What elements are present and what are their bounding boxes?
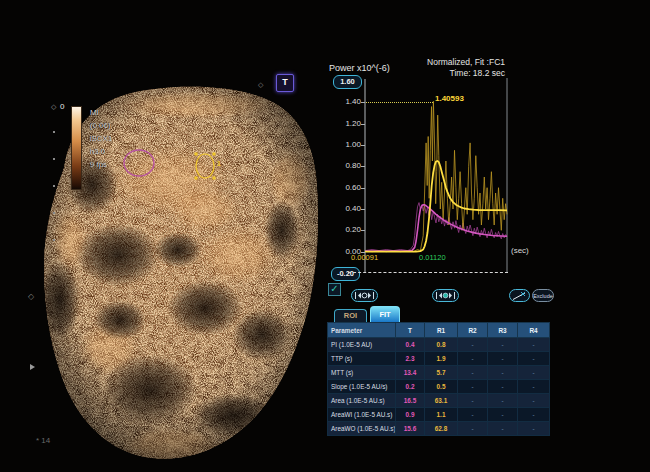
table-row[interactable]: AreaWI (1.0E-5 AU.s)0.91.1--- — [328, 408, 550, 422]
y-tick-label: 0.20 — [336, 225, 361, 234]
value-cell: - — [488, 366, 518, 380]
time-label: Time: 18.2 sec — [427, 68, 505, 79]
tic-chart — [0, 0, 650, 472]
value-cell: 1.1 — [425, 408, 458, 422]
value-cell: - — [488, 380, 518, 394]
marker-value-label: 0.01120 — [419, 253, 446, 262]
value-cell: - — [518, 394, 550, 408]
value-cell: 62.8 — [425, 422, 458, 436]
table-row[interactable]: Area (1.0E-5 AU.s)16.563.1--- — [328, 394, 550, 408]
value-cell: - — [458, 422, 488, 436]
y-tick-label: 1.00 — [336, 140, 361, 149]
column-header: T — [396, 323, 425, 338]
value-cell: 0.9 — [396, 408, 425, 422]
value-cell: 63.1 — [425, 394, 458, 408]
value-cell: - — [518, 338, 550, 352]
column-header: R2 — [458, 323, 488, 338]
value-cell: 0.4 — [396, 338, 425, 352]
value-cell: - — [488, 352, 518, 366]
chart-title: Power x10^(-6) — [329, 63, 390, 73]
value-cell: - — [488, 338, 518, 352]
value-cell: 1.9 — [425, 352, 458, 366]
y-tick-mark — [361, 166, 365, 167]
value-cell: 5.7 — [425, 366, 458, 380]
value-cell: 13.4 — [396, 366, 425, 380]
exclude-tool-button[interactable] — [509, 289, 530, 302]
graph-visibility-checkbox[interactable]: ✓ — [328, 283, 341, 296]
pencil-line-icon — [512, 291, 527, 301]
y-tick-mark — [361, 188, 365, 189]
table-row[interactable]: TTP (s)2.31.9--- — [328, 352, 550, 366]
column-header: Parameter — [328, 323, 396, 338]
parameter-label: AreaWO (1.0E-5 AU.s) — [328, 422, 396, 436]
y-tick-label: 0.40 — [336, 204, 361, 213]
value-cell: - — [458, 352, 488, 366]
baseline-value-label: 0.00091 — [351, 253, 378, 262]
value-cell: - — [518, 366, 550, 380]
value-cell: - — [518, 352, 550, 366]
value-cell: - — [458, 366, 488, 380]
column-header: R1 — [425, 323, 458, 338]
y-tick-label: 1.20 — [336, 119, 361, 128]
value-cell: 0.5 — [425, 380, 458, 394]
table-row[interactable]: MTT (s)13.45.7--- — [328, 366, 550, 380]
value-cell: - — [518, 380, 550, 394]
column-header: R3 — [488, 323, 518, 338]
value-cell: - — [488, 394, 518, 408]
column-header: R4 — [518, 323, 550, 338]
parameter-label: MTT (s) — [328, 366, 396, 380]
y-tick-label: 1.40 — [336, 97, 361, 106]
value-cell: 15.6 — [396, 422, 425, 436]
table-row[interactable]: AreaWO (1.0E-5 AU.s)15.662.8--- — [328, 422, 550, 436]
frame-marker-button-2[interactable] — [432, 289, 459, 302]
table-row[interactable]: Slope (1.0E-5 AU/s)0.20.5--- — [328, 380, 550, 394]
value-cell: - — [488, 408, 518, 422]
parameter-label: AreaWI (1.0E-5 AU.s) — [328, 408, 396, 422]
value-cell: - — [458, 394, 488, 408]
parameter-label: Area (1.0E-5 AU.s) — [328, 394, 396, 408]
chart-info: Normalized, Fit :FC1 Time: 18.2 sec — [427, 57, 505, 79]
normalized-fit-label: Normalized, Fit :FC1 — [427, 57, 505, 68]
parameter-table: ParameterTR1R2R3R4 PI (1.0E-5 AU)0.40.8-… — [327, 322, 550, 436]
tab-roi[interactable]: ROI — [334, 309, 367, 322]
value-cell: 2.3 — [396, 352, 425, 366]
y-min-scale-button[interactable]: -0.20 — [331, 267, 360, 281]
table-header-row: ParameterTR1R2R3R4 — [328, 323, 550, 338]
frame-marker-button-1[interactable] — [351, 289, 378, 302]
tab-fit[interactable]: FIT — [370, 306, 400, 322]
peak-value-label: 1.40593 — [435, 94, 464, 103]
y-tick-mark — [361, 145, 365, 146]
parameter-label: TTP (s) — [328, 352, 396, 366]
parameter-label: Slope (1.0E-5 AU/s) — [328, 380, 396, 394]
value-cell: - — [518, 408, 550, 422]
parameter-label: PI (1.0E-5 AU) — [328, 338, 396, 352]
value-cell: 16.5 — [396, 394, 425, 408]
frame-marker-icon — [435, 291, 456, 300]
y-max-scale-button[interactable]: 1.60 — [333, 75, 362, 89]
baseline-dashed-line — [348, 272, 508, 273]
app-screen: ◇ 0 MI(0.06)iSCX1h3.09 fps T ◇ ◇ * 14 1 … — [0, 0, 650, 472]
y-tick-label: 0.60 — [336, 183, 361, 192]
table-row[interactable]: PI (1.0E-5 AU)0.40.8--- — [328, 338, 550, 352]
check-icon: ✓ — [330, 283, 338, 294]
value-cell: 0.8 — [425, 338, 458, 352]
value-cell: - — [518, 422, 550, 436]
y-tick-label: 0.80 — [336, 161, 361, 170]
peak-reference-line — [366, 102, 433, 103]
value-cell: - — [458, 338, 488, 352]
curve-T-fit — [365, 205, 507, 251]
x-unit-label: (sec) — [511, 246, 529, 255]
y-tick-mark — [361, 230, 365, 231]
value-cell: - — [458, 380, 488, 394]
value-cell: - — [458, 408, 488, 422]
y-tick-mark — [361, 102, 365, 103]
frame-marker-icon — [354, 291, 375, 300]
y-tick-mark — [361, 124, 365, 125]
value-cell: 0.2 — [396, 380, 425, 394]
exclude-button[interactable]: Exclude — [532, 289, 554, 302]
value-cell: - — [488, 422, 518, 436]
curve-R1-raw — [365, 101, 507, 251]
y-tick-mark — [361, 209, 365, 210]
